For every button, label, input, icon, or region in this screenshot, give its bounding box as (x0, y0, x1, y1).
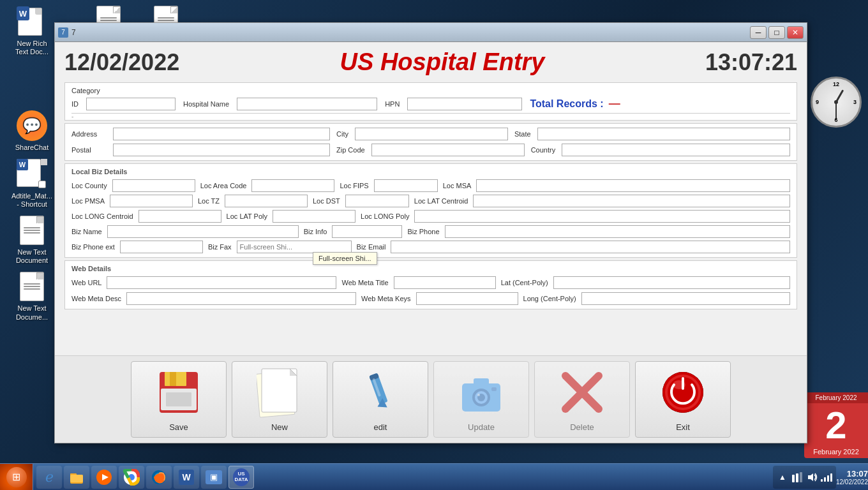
loc-fips-label: Loc FIPS (340, 182, 368, 189)
tray-network-icon[interactable] (791, 471, 803, 483)
taskbar-time: 13:07 (836, 469, 868, 479)
svg-rect-19 (491, 387, 497, 391)
total-records-section: Total Records : — (530, 97, 620, 110)
desktop-icon-rich-text[interactable]: W New RichText Doc... (6, 6, 57, 56)
svg-rect-38 (800, 472, 802, 482)
loc-county-input[interactable] (112, 179, 195, 192)
total-records-label: Total Records : (530, 98, 603, 110)
postal-label: Postal (71, 146, 107, 154)
biz-fax-input[interactable] (237, 241, 352, 253)
word-icon: W (178, 469, 195, 486)
svg-rect-29 (70, 475, 83, 482)
delete-button[interactable]: Delete (534, 361, 630, 438)
app-date: 12/02/2022 (64, 49, 179, 76)
taskbar-ie[interactable]: ℯ (36, 466, 62, 489)
taskbar-firefox[interactable] (146, 466, 172, 489)
loc-msa-input[interactable] (476, 179, 790, 192)
svg-rect-4 (166, 392, 191, 406)
biz-info-input[interactable] (332, 225, 402, 238)
chrome-icon (123, 469, 140, 486)
web-url-input[interactable] (107, 276, 336, 289)
loc-area-code-input[interactable] (251, 179, 334, 192)
web-url-label: Web URL (71, 279, 101, 286)
exit-button[interactable]: Exit (635, 361, 731, 438)
loc-lat-poly-input[interactable] (273, 210, 355, 223)
taskbar-explorer[interactable]: ▣ (201, 466, 227, 489)
web-meta-title-input[interactable] (394, 276, 496, 289)
svg-rect-37 (796, 473, 798, 482)
title-bar: 7 7 ─ □ ✕ (55, 23, 807, 42)
taskbar-chrome[interactable] (119, 466, 144, 489)
taskbar-time-display[interactable]: 13:07 12/02/2022 (836, 469, 868, 486)
loc-long-centroid-input[interactable] (138, 210, 221, 223)
loc-long-poly-label: Loc LONG Poly (361, 212, 409, 220)
postal-input[interactable] (113, 144, 330, 156)
desktop: W New RichText Doc... 💬 ShareCh (0, 0, 868, 490)
biz-name-input[interactable] (107, 225, 299, 238)
svg-rect-36 (792, 475, 795, 482)
long-cent-poly-input[interactable] (581, 292, 790, 305)
tray-volume-icon[interactable] (806, 471, 818, 483)
loc-fips-input[interactable] (374, 179, 438, 192)
new-button-label: New (271, 422, 288, 432)
delete-icon (557, 367, 608, 418)
taskbar-apps: ℯ (33, 466, 773, 489)
biz-email-input[interactable] (391, 241, 790, 253)
zip-code-input[interactable] (371, 144, 525, 156)
desktop-icon-new-text-1[interactable]: New TextDocument (6, 215, 57, 265)
hospital-name-input[interactable] (237, 98, 377, 110)
edit-button[interactable]: edit (333, 361, 428, 438)
media-icon (96, 469, 112, 486)
usdata-icon: USDATA (233, 469, 250, 486)
city-input[interactable] (355, 128, 508, 140)
country-input[interactable] (562, 144, 790, 156)
web-meta-desc-input[interactable] (126, 292, 356, 305)
app-time: 13:07:21 (705, 49, 797, 76)
files-icon (68, 469, 85, 486)
lat-cent-poly-input[interactable] (553, 276, 790, 289)
save-button[interactable]: Save (131, 361, 227, 438)
clock-widget: 12 3 6 9 (811, 77, 862, 128)
minimize-button[interactable]: ─ (750, 26, 767, 39)
delete-button-label: Delete (570, 422, 594, 432)
explorer-icon: ▣ (206, 469, 222, 486)
address-input[interactable] (113, 128, 330, 140)
separator: - (71, 113, 790, 114)
taskbar-files[interactable] (64, 466, 89, 489)
ie-icon: ℯ (41, 469, 57, 486)
taskbar-media[interactable] (91, 466, 117, 489)
desktop-icon-new-text-2[interactable]: New TextDocume... (6, 271, 57, 321)
long-cent-poly-label: Long (Cent-Poly) (523, 295, 576, 302)
loc-tz-input[interactable] (225, 195, 308, 207)
desktop-icon-sharechat[interactable]: 💬 ShareChat (6, 110, 57, 152)
update-button[interactable]: Update (433, 361, 529, 438)
biz-phone-ext-input[interactable] (120, 241, 203, 253)
svg-rect-2 (170, 372, 176, 386)
taskbar-usdata[interactable]: USDATA (228, 466, 254, 489)
maximize-button[interactable]: □ (768, 26, 785, 39)
icon-label-new-text-2: New TextDocume... (16, 304, 48, 321)
id-input[interactable] (86, 98, 176, 110)
window-title: 7 (71, 28, 76, 37)
biz-fax-label: Biz Fax (208, 243, 232, 251)
title-bar-controls: ─ □ ✕ (750, 26, 804, 39)
desktop-icon-adtitle[interactable]: W ↗ Adtitle_Mat...- Shortcut (6, 159, 57, 209)
web-meta-keys-input[interactable] (416, 292, 518, 305)
loc-pmsa-input[interactable] (110, 195, 193, 207)
loc-lat-centroid-label: Loc LAT Centroid (414, 197, 468, 205)
biz-phone-label: Biz Phone (407, 228, 439, 235)
loc-tz-label: Loc TZ (198, 197, 220, 205)
tray-arrow-icon[interactable]: ▲ (777, 471, 788, 483)
close-button[interactable]: ✕ (787, 26, 804, 39)
hpn-input[interactable] (407, 98, 522, 110)
biz-phone-input[interactable] (445, 225, 790, 238)
tooltip-popup: Full-screen Shi... (313, 252, 377, 265)
loc-dst-input[interactable] (345, 195, 409, 207)
taskbar-word[interactable]: W (174, 466, 199, 489)
state-input[interactable] (537, 128, 790, 140)
loc-lat-centroid-input[interactable] (473, 195, 790, 207)
loc-long-poly-input[interactable] (414, 210, 790, 223)
new-button[interactable]: New (232, 361, 327, 438)
start-button[interactable]: ⊞ (0, 464, 33, 491)
icon-label-rich-text: New RichText Doc... (15, 40, 49, 56)
